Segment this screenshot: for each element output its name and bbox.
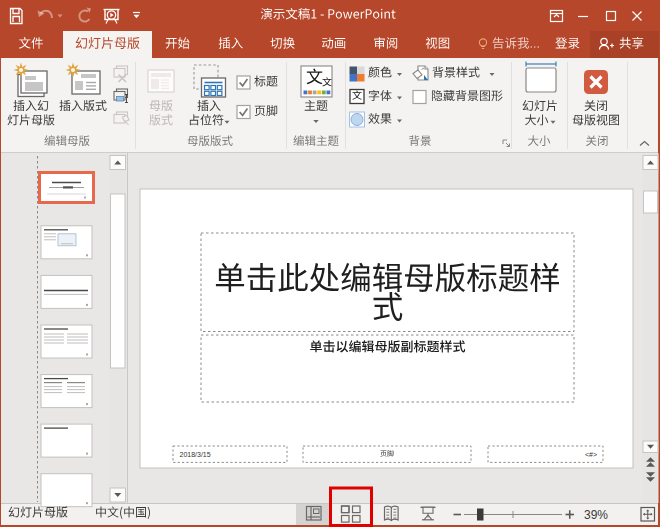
svg-text:39%: 39% bbox=[584, 508, 608, 522]
svg-text:<#>: <#> bbox=[585, 451, 597, 458]
svg-text:2018/3/15: 2018/3/15 bbox=[180, 451, 211, 458]
